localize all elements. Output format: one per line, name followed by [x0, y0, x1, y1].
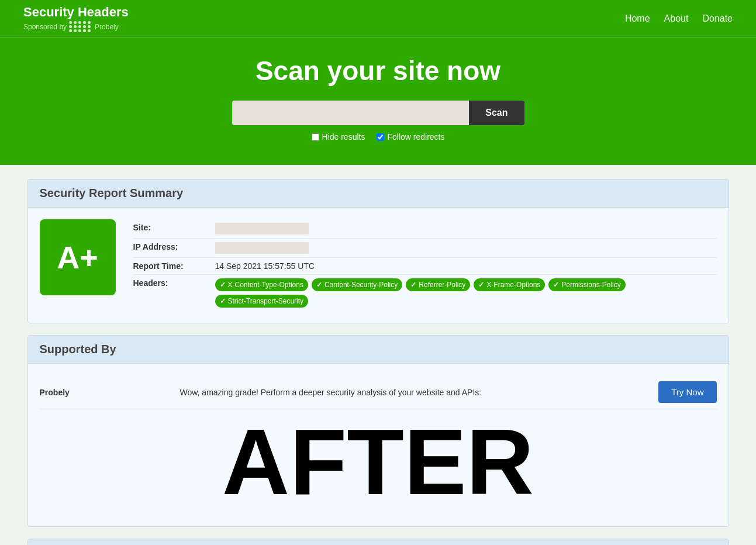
top-navigation: Security Headers Sponsored by Probely Ho…	[0, 0, 756, 37]
ip-value	[215, 242, 309, 254]
header-badge: Permissions-Policy	[548, 278, 625, 291]
supported-row: Probely Wow, amazing grade! Perform a de…	[40, 375, 717, 409]
watermark: AFTER	[40, 409, 717, 515]
nav-home[interactable]: Home	[625, 13, 650, 24]
supported-by-body: Probely Wow, amazing grade! Perform a de…	[28, 364, 729, 526]
header-badge: Referrer-Policy	[406, 278, 470, 291]
report-grid: A+ Site: IP Address:	[40, 219, 717, 311]
scan-form: Scan	[232, 101, 524, 125]
header-badge: Content-Security-Policy	[312, 278, 402, 291]
scan-input[interactable]	[232, 101, 470, 125]
grade-box: A+	[40, 219, 116, 295]
report-row-headers: Headers: X-Content-Type-OptionsContent-S…	[133, 275, 717, 311]
headers-badges: X-Content-Type-OptionsContent-Security-P…	[215, 278, 717, 308]
follow-redirects-checkbox[interactable]	[377, 133, 384, 141]
hero-section: Scan your site now Scan Hide results Fol…	[0, 37, 756, 165]
supported-desc: Wow, amazing grade! Perform a deeper sec…	[180, 388, 647, 397]
main-content: Security Report Summary A+ Site: IP Addr…	[16, 179, 741, 545]
scan-options: Hide results Follow redirects	[12, 132, 744, 142]
headers-label: Headers:	[133, 278, 209, 288]
sponsor-label: Sponsored by Probely	[23, 21, 129, 32]
site-label: Site:	[133, 223, 209, 232]
supported-by-card: Supported By Probely Wow, amazing grade!…	[27, 335, 729, 527]
security-report-header: Security Report Summary	[28, 180, 729, 208]
ip-label: IP Address:	[133, 242, 209, 251]
hero-heading: Scan your site now	[12, 55, 744, 87]
hide-results-checkbox[interactable]	[312, 133, 319, 141]
supported-name: Probely	[40, 388, 168, 397]
header-badge: Strict-Transport-Security	[215, 295, 309, 308]
nav-links: Home About Donate	[625, 13, 733, 24]
report-row-time: Report Time: 14 Sep 2021 15:57:55 UTC	[133, 258, 717, 275]
follow-redirects-label[interactable]: Follow redirects	[377, 132, 444, 142]
nav-donate[interactable]: Donate	[702, 13, 733, 24]
header-badge: X-Frame-Options	[474, 278, 545, 291]
supported-by-header: Supported By	[28, 336, 729, 364]
raw-headers-header: Raw Headers	[28, 539, 729, 545]
nav-about[interactable]: About	[664, 13, 689, 24]
logo-area: Security Headers Sponsored by Probely	[23, 5, 129, 32]
scan-button[interactable]: Scan	[469, 101, 524, 125]
probely-dots-icon	[69, 21, 91, 32]
security-report-body: A+ Site: IP Address:	[28, 208, 729, 323]
hide-results-label[interactable]: Hide results	[312, 132, 365, 142]
try-now-button[interactable]: Try Now	[658, 381, 716, 403]
raw-headers-card: Raw Headers HTTP/1.1200 OKDateTue, 14 Se…	[27, 539, 729, 545]
site-redacted	[215, 223, 309, 234]
report-details: Site: IP Address: Report Time: 14 Sep	[133, 219, 717, 311]
report-row-ip: IP Address:	[133, 239, 717, 258]
sponsor-prefix: Sponsored by	[23, 23, 67, 31]
security-report-card: Security Report Summary A+ Site: IP Addr…	[27, 179, 729, 323]
supported-by-title: Supported By	[40, 343, 717, 356]
report-time-label: Report Time:	[133, 261, 209, 271]
sponsor-name: Probely	[95, 23, 119, 31]
header-badge: X-Content-Type-Options	[215, 278, 308, 291]
security-report-title: Security Report Summary	[40, 187, 717, 200]
report-row-site: Site:	[133, 219, 717, 239]
site-value	[215, 223, 309, 234]
site-title: Security Headers	[23, 5, 129, 20]
report-time-value: 14 Sep 2021 15:57:55 UTC	[215, 261, 315, 271]
ip-redacted	[215, 242, 309, 254]
